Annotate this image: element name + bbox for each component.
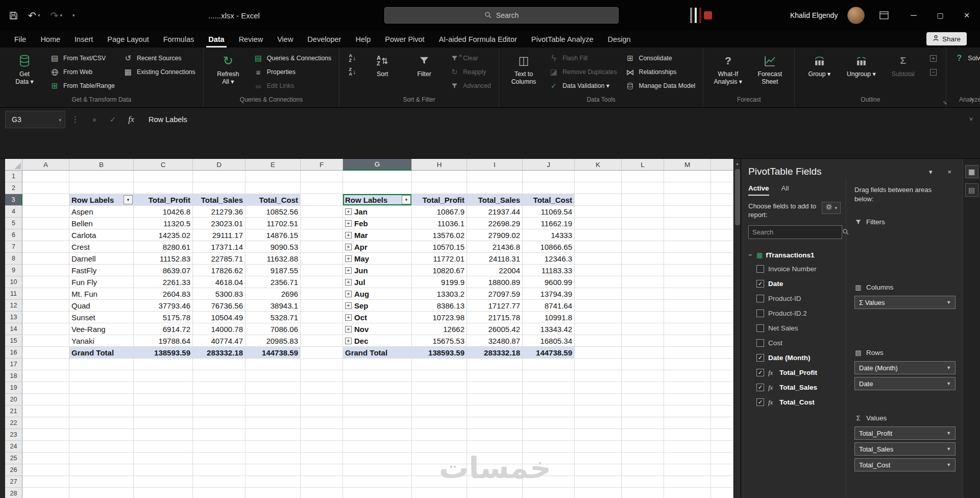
field-item-total-sales[interactable]: ✓fxTotal_Sales bbox=[748, 380, 846, 395]
cell-C10[interactable]: 2261.33 bbox=[134, 276, 193, 288]
cell-I4[interactable]: 21937.44 bbox=[467, 206, 523, 218]
cell-H3[interactable]: Total_Profit bbox=[412, 194, 467, 206]
cell-I19[interactable] bbox=[467, 382, 523, 394]
cell-E10[interactable]: 2356.71 bbox=[246, 276, 301, 288]
column-header-E[interactable]: E bbox=[246, 159, 301, 171]
cell-A15[interactable] bbox=[22, 335, 69, 347]
cell-C1[interactable] bbox=[134, 171, 193, 182]
forecast-sheet-button[interactable]: ForecastSheet bbox=[750, 50, 789, 96]
cell-H26[interactable] bbox=[412, 464, 467, 476]
cell-K25[interactable] bbox=[575, 453, 622, 464]
cell-K16[interactable] bbox=[575, 347, 622, 359]
cell-H27[interactable] bbox=[412, 476, 467, 488]
row-header-27[interactable]: 27 bbox=[5, 476, 22, 488]
cell-I9[interactable]: 22004 bbox=[467, 265, 523, 276]
cell-E7[interactable]: 9090.53 bbox=[246, 241, 301, 253]
cell-I8[interactable]: 24118.31 bbox=[467, 253, 523, 265]
cell-B25[interactable] bbox=[69, 453, 134, 464]
cell-K5[interactable] bbox=[575, 218, 622, 229]
cell-J15[interactable]: 16805.34 bbox=[523, 335, 575, 347]
chevron-down-icon[interactable]: ▼ bbox=[946, 300, 951, 305]
cell-E21[interactable] bbox=[246, 406, 301, 417]
cell-D1[interactable] bbox=[193, 171, 246, 182]
formula-bar-expand-icon[interactable]: ˅ bbox=[969, 116, 973, 123]
checkbox[interactable]: ✓ bbox=[756, 295, 764, 302]
cell-F13[interactable] bbox=[301, 312, 343, 323]
cell-J28[interactable] bbox=[523, 488, 575, 498]
cell-I21[interactable] bbox=[467, 406, 523, 417]
cell-G23[interactable] bbox=[343, 429, 412, 441]
cell-G17[interactable] bbox=[343, 359, 412, 370]
cell-partial-8[interactable] bbox=[711, 253, 733, 265]
cell-F5[interactable] bbox=[301, 218, 343, 229]
cell-G8[interactable]: +May bbox=[343, 253, 412, 265]
ribbon-tab-power-pivot[interactable]: Power Pivot bbox=[378, 32, 431, 48]
select-all-corner[interactable] bbox=[5, 159, 22, 171]
group-button[interactable]: Group ▾ bbox=[800, 50, 839, 96]
cell-A23[interactable] bbox=[22, 429, 69, 441]
cell-M16[interactable] bbox=[664, 347, 711, 359]
cell-M24[interactable] bbox=[664, 441, 711, 453]
cell-L4[interactable] bbox=[622, 206, 664, 218]
cell-I20[interactable] bbox=[467, 394, 523, 406]
fields-search-box[interactable] bbox=[748, 225, 842, 239]
cell-G26[interactable] bbox=[343, 464, 412, 476]
cell-L13[interactable] bbox=[622, 312, 664, 323]
cell-L28[interactable] bbox=[622, 488, 664, 498]
cell-C28[interactable] bbox=[134, 488, 193, 498]
cell-I15[interactable]: 32480.87 bbox=[467, 335, 523, 347]
cell-C21[interactable] bbox=[134, 406, 193, 417]
cell-D7[interactable]: 17371.14 bbox=[193, 241, 246, 253]
cell-M17[interactable] bbox=[664, 359, 711, 370]
cell-E9[interactable]: 9187.55 bbox=[246, 265, 301, 276]
cell-D6[interactable]: 29111.17 bbox=[193, 229, 246, 241]
cell-partial-16[interactable] bbox=[711, 347, 733, 359]
cell-G21[interactable] bbox=[343, 406, 412, 417]
cell-A11[interactable] bbox=[22, 288, 69, 300]
cell-E1[interactable] bbox=[246, 171, 301, 182]
cell-E11[interactable]: 2696 bbox=[246, 288, 301, 300]
cell-K28[interactable] bbox=[575, 488, 622, 498]
checkbox[interactable]: ✓ bbox=[756, 369, 764, 376]
field-item-product-id-2[interactable]: ✓Product-ID.2 bbox=[748, 306, 846, 321]
column-header-K[interactable]: K bbox=[575, 159, 622, 171]
clear-button[interactable]: ×Clear bbox=[447, 52, 494, 64]
cell-M20[interactable] bbox=[664, 394, 711, 406]
field-item-date-month[interactable]: ✓Date (Month) bbox=[748, 350, 846, 365]
cell-B19[interactable] bbox=[69, 382, 134, 394]
cell-I2[interactable] bbox=[467, 182, 523, 194]
ribbon-display-options-icon[interactable] bbox=[876, 9, 892, 22]
checkbox[interactable]: ✓ bbox=[756, 280, 764, 288]
expand-icon[interactable]: + bbox=[345, 220, 352, 227]
cell-B9[interactable]: FastFly bbox=[69, 265, 134, 276]
cell-A14[interactable] bbox=[22, 323, 69, 335]
cell-partial-9[interactable] bbox=[711, 265, 733, 276]
row-header-18[interactable]: 18 bbox=[5, 370, 22, 382]
expand-icon[interactable]: + bbox=[345, 291, 352, 297]
search-box[interactable]: Search bbox=[384, 7, 619, 23]
cell-C18[interactable] bbox=[134, 370, 193, 382]
cell-D10[interactable]: 4618.04 bbox=[193, 276, 246, 288]
cell-M25[interactable] bbox=[664, 453, 711, 464]
cell-M14[interactable] bbox=[664, 323, 711, 335]
values-drop-zone[interactable]: Total_Profit▼Total_Sales▼Total_Cost▼ bbox=[854, 423, 955, 469]
cell-F2[interactable] bbox=[301, 182, 343, 194]
cell-K11[interactable] bbox=[575, 288, 622, 300]
cell-E20[interactable] bbox=[246, 394, 301, 406]
cell-E25[interactable] bbox=[246, 453, 301, 464]
cell-M21[interactable] bbox=[664, 406, 711, 417]
row-header-12[interactable]: 12 bbox=[5, 300, 22, 312]
cell-F14[interactable] bbox=[301, 323, 343, 335]
checkbox[interactable]: ✓ bbox=[756, 310, 764, 317]
cell-I18[interactable] bbox=[467, 370, 523, 382]
chevron-down-icon[interactable]: ▼ bbox=[946, 381, 951, 386]
cell-I13[interactable]: 21715.78 bbox=[467, 312, 523, 323]
row-header-7[interactable]: 7 bbox=[5, 241, 22, 253]
cell-C13[interactable]: 5175.78 bbox=[134, 312, 193, 323]
cell-E3[interactable]: Total_Cost bbox=[246, 194, 301, 206]
cell-D8[interactable]: 22785.71 bbox=[193, 253, 246, 265]
collapse-ribbon-icon[interactable]: ˄ bbox=[970, 96, 974, 104]
relationships-button[interactable]: ⋈Relationships bbox=[623, 66, 698, 78]
row-header-17[interactable]: 17 bbox=[5, 359, 22, 370]
cell-C26[interactable] bbox=[134, 464, 193, 476]
